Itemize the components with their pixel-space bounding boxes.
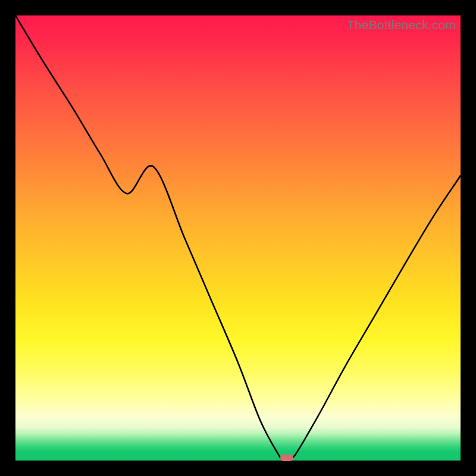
- valley-marker: [280, 455, 293, 461]
- watermark-text: TheBottleneck.com: [347, 18, 456, 32]
- chart-frame: TheBottleneck.com: [0, 0, 476, 476]
- plot-area: TheBottleneck.com: [15, 15, 461, 461]
- bottleneck-curve: [15, 15, 461, 461]
